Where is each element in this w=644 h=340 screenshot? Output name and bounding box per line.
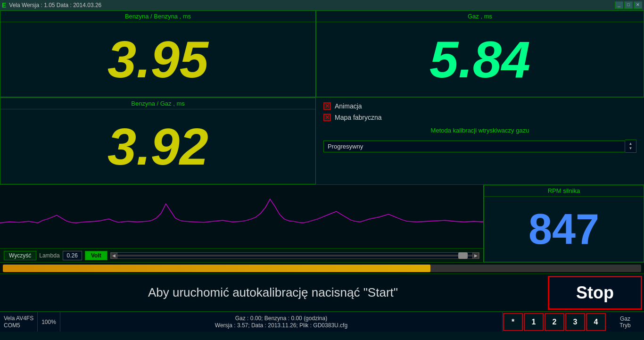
benzyna-value: 3.95 — [0, 22, 315, 97]
progress-row — [0, 263, 644, 274]
benzyna-gaz-value: 3.92 — [0, 109, 315, 184]
main-area: Benzyna / Benzyna , ms 3.95 Gaz , ms 5.8… — [0, 10, 644, 340]
progress-bar-outer — [3, 265, 641, 272]
method-dropdown[interactable]: ProgresywnySekwencyjnyLiniowy — [323, 141, 625, 152]
osc-scrollbar[interactable]: ◀ ▶ — [110, 252, 479, 259]
title-area: E Vela Wersja : 1.05 Data : 2014.03.26 — [2, 1, 101, 9]
animacja-check-mark: ✕ — [325, 103, 330, 109]
scroll-left-btn[interactable]: ◀ — [111, 252, 117, 259]
dropdown-arrow[interactable]: ▲ ▼ — [625, 140, 636, 153]
volt-mode-button[interactable]: Volt — [85, 251, 107, 260]
row2-controls: Benzyna / Gaz , ms 3.92 ✕ Animacja ✕ Map… — [0, 98, 644, 185]
arrow-down: ▼ — [629, 147, 633, 150]
scroll-right-btn[interactable]: ▶ — [472, 252, 479, 259]
mode-buttons: * 1 2 3 4 — [503, 312, 606, 332]
benzyna-gaz-label: Benzyna / Gaz , ms — [0, 98, 315, 109]
statusbar: Vela AV4FS COM5 100% Gaz : 0.00; Benzyna… — [0, 312, 644, 332]
gaz-status-label: Gaz — [620, 315, 630, 322]
star-button[interactable]: * — [503, 313, 523, 331]
animacja-label: Animacja — [335, 102, 362, 110]
osc-controls-bar: Wyczyść Lambda 0.26 Volt ◀ ▶ — [0, 248, 483, 262]
version-text: Wersja : 3.57; Data : 2013.11.26; Plik :… — [215, 322, 347, 329]
arrow-up: ▲ — [629, 142, 633, 146]
message-text: Aby uruchomić autokalibrację nacisnąć "S… — [0, 285, 546, 300]
rpm-value: 847 — [484, 197, 644, 262]
rpm-label: RPM silnika — [484, 185, 644, 197]
app-title: Vela Wersja : 1.05 Data : 2014.03.26 — [9, 2, 101, 8]
mode-1-button[interactable]: 1 — [524, 313, 544, 331]
mapa-row: ✕ Mapa fabryczna — [323, 114, 636, 121]
row3-osc-rpm: Wyczyść Lambda 0.26 Volt ◀ ▶ RPM silnika… — [0, 185, 644, 263]
benzyna-gaz-gauge: Benzyna / Gaz , ms 3.92 — [0, 98, 316, 184]
scroll-thumb[interactable] — [458, 252, 468, 259]
lambda-label: Lambda — [39, 252, 59, 259]
stop-button[interactable]: Stop — [548, 276, 642, 310]
gaz-tryb-section: Gaz Tryb — [606, 312, 644, 332]
minimize-button[interactable]: _ — [615, 1, 623, 9]
benzyna-label: Benzyna / Benzyna , ms — [0, 11, 315, 22]
method-label: Metoda kalibracji wtryskiwaczy gazu — [323, 127, 636, 134]
gaz-benzyna-section: Gaz : 0.00; Benzyna : 0.00 (godzina) Wer… — [60, 312, 503, 332]
progress-bar-inner — [3, 265, 430, 272]
rpm-box: RPM silnika 847 — [484, 185, 644, 262]
row1-gauges: Benzyna / Benzyna , ms 3.95 Gaz , ms 5.8… — [0, 10, 644, 98]
maximize-button[interactable]: □ — [624, 1, 633, 9]
dropdown-row: ProgresywnySekwencyjnyLiniowy ▲ ▼ — [323, 140, 636, 153]
message-row: Aby uruchomić autokalibrację nacisnąć "S… — [0, 274, 644, 312]
mode-2-button[interactable]: 2 — [545, 313, 564, 331]
mapa-label: Mapa fabryczna — [335, 114, 382, 121]
titlebar: E Vela Wersja : 1.05 Data : 2014.03.26 _… — [0, 0, 644, 10]
gaz-value: 5.84 — [316, 22, 644, 97]
mode-3-button[interactable]: 3 — [565, 313, 585, 331]
animacja-row: ✕ Animacja — [323, 102, 636, 110]
osc-waveform — [0, 185, 483, 249]
oscilloscope: Wyczyść Lambda 0.26 Volt ◀ ▶ — [0, 185, 484, 262]
gaz-gauge: Gaz , ms 5.84 — [316, 10, 644, 97]
com-port: COM5 — [4, 322, 33, 329]
mapa-checkbox[interactable]: ✕ — [323, 114, 331, 121]
percent-value: 100% — [41, 319, 56, 325]
tryb-label: Tryb — [619, 322, 631, 329]
percent-section: 100% — [38, 312, 60, 332]
animacja-checkbox[interactable]: ✕ — [323, 102, 331, 110]
window-controls: _ □ ✕ — [615, 1, 642, 9]
lambda-value: 0.26 — [63, 251, 82, 260]
app-info-section: Vela AV4FS COM5 — [0, 312, 38, 332]
clear-button[interactable]: Wyczyść — [4, 251, 36, 260]
scroll-track — [117, 255, 472, 257]
mapa-check-mark: ✕ — [325, 114, 330, 121]
mode-4-button[interactable]: 4 — [586, 313, 606, 331]
svg-rect-0 — [0, 185, 483, 249]
gaz-benzyna-text: Gaz : 0.00; Benzyna : 0.00 (godzina) — [235, 315, 327, 322]
controls-panel: ✕ Animacja ✕ Mapa fabryczna Metoda kalib… — [316, 98, 644, 184]
app-name: Vela AV4FS — [4, 315, 33, 322]
close-button[interactable]: ✕ — [634, 1, 642, 9]
app-logo: E — [2, 1, 6, 9]
gaz-label: Gaz , ms — [316, 11, 644, 22]
benzyna-gauge: Benzyna / Benzyna , ms 3.95 — [0, 10, 316, 97]
